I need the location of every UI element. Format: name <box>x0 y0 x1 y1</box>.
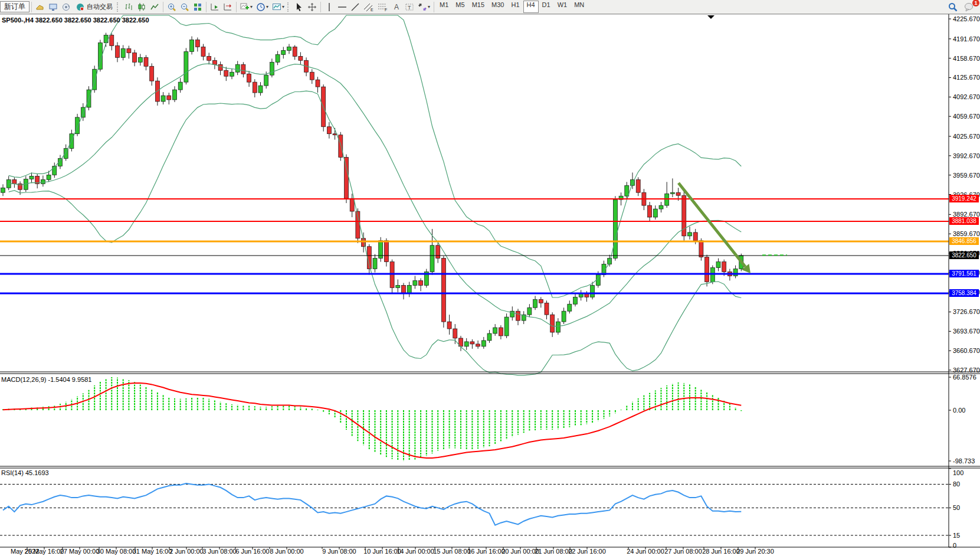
candle <box>688 233 692 236</box>
candle <box>30 176 34 179</box>
chat-notifications-icon[interactable]: 1 <box>962 1 976 13</box>
candle <box>167 96 171 100</box>
chart-area[interactable]: 4225.6704191.6704158.6704125.6704092.670… <box>0 0 980 556</box>
candle <box>573 297 578 304</box>
svg-text:4059.670: 4059.670 <box>953 113 980 120</box>
svg-text:4125.670: 4125.670 <box>953 74 980 81</box>
search-icon[interactable] <box>946 1 960 13</box>
candle <box>481 341 486 346</box>
candle <box>258 86 263 93</box>
candle <box>699 241 703 257</box>
svg-text:4025.670: 4025.670 <box>953 133 980 140</box>
candle <box>533 299 537 308</box>
price-tag-3791.561[interactable]: 3791.561 <box>949 270 979 277</box>
timeframe-button-H4[interactable]: H4 <box>523 1 539 13</box>
timeframe-button-MN[interactable]: MN <box>571 1 588 13</box>
price-tag-3758.384[interactable]: 3758.384 <box>949 289 979 297</box>
market-watch-icon[interactable] <box>34 1 47 13</box>
signal-icon[interactable] <box>60 1 73 13</box>
svg-text:3693.670: 3693.670 <box>953 328 980 335</box>
timeframe-button-D1[interactable]: D1 <box>539 1 554 13</box>
text-label-tool-icon[interactable]: T <box>403 1 416 13</box>
auto-trading-button[interactable]: 自动交易 <box>73 1 116 13</box>
candle <box>613 199 617 258</box>
candle <box>104 35 108 43</box>
timeframe-button-M30[interactable]: M30 <box>488 1 507 13</box>
candle <box>110 35 114 46</box>
svg-text:0.00: 0.00 <box>953 407 965 414</box>
candle <box>121 48 125 57</box>
candle <box>476 344 480 346</box>
candle <box>264 75 268 86</box>
candle <box>396 285 400 287</box>
notification-badge: 1 <box>972 0 979 6</box>
candle <box>670 192 674 194</box>
macd-indicator-label: MACD(12,26,9) -1.5404 9.9581 <box>1 376 91 383</box>
svg-text:66.8576: 66.8576 <box>953 374 976 381</box>
candle <box>591 285 595 297</box>
candle <box>276 54 280 62</box>
candle <box>413 280 417 285</box>
vertical-line-tool-icon[interactable] <box>323 1 336 13</box>
svg-text:3992.670: 3992.670 <box>953 152 980 159</box>
svg-text:4092.670: 4092.670 <box>953 93 980 100</box>
chart-shift-icon[interactable] <box>221 1 234 13</box>
candle <box>327 127 331 134</box>
candle <box>447 322 451 329</box>
equidistant-channel-tool-icon[interactable]: E <box>362 1 376 13</box>
templates-button[interactable]: ▾ <box>270 1 286 13</box>
candle <box>419 280 423 285</box>
svg-text:F: F <box>385 8 387 12</box>
candle <box>230 72 234 76</box>
candle <box>212 60 217 64</box>
candle <box>648 205 652 217</box>
candle <box>184 51 188 82</box>
new-order-button[interactable]: 新订单 <box>0 1 30 12</box>
price-tag-3846.856[interactable]: 3846.856 <box>949 237 979 245</box>
fibonacci-tool-icon[interactable]: F <box>376 1 390 13</box>
terminal-window-icon[interactable] <box>47 1 60 13</box>
timeframe-button-M1[interactable]: M1 <box>436 1 452 13</box>
indicators-add-button[interactable]: ▾ <box>238 1 254 13</box>
candle <box>161 96 165 102</box>
auto-trading-label: 自动交易 <box>87 2 113 11</box>
arrows-tool-button[interactable]: ▾ <box>416 1 432 13</box>
periods-button[interactable]: ▾ <box>254 1 270 13</box>
zoom-out-icon[interactable] <box>178 1 191 13</box>
chart-canvas[interactable]: 4225.6704191.6704158.6704125.6704092.670… <box>0 0 980 556</box>
chevron-down-icon: ▾ <box>266 4 268 9</box>
horizontal-line-tool-icon[interactable] <box>336 1 349 13</box>
time-axis: May 202225 May 16:0027 May 00:0030 May 0… <box>11 547 774 555</box>
svg-text:80: 80 <box>953 480 960 488</box>
candle <box>235 64 240 72</box>
candle <box>407 285 411 293</box>
timeframe-button-H1[interactable]: H1 <box>507 1 523 13</box>
svg-text:3959.670: 3959.670 <box>953 172 980 179</box>
price-tag-3919.242[interactable]: 3919.242 <box>949 195 979 202</box>
trendline-tool-icon[interactable] <box>349 1 362 13</box>
timeframe-button-M5[interactable]: M5 <box>452 1 468 13</box>
candle <box>178 82 182 90</box>
bar-chart-type-icon[interactable] <box>122 1 135 13</box>
auto-scroll-icon[interactable] <box>208 1 221 13</box>
candle <box>504 317 509 336</box>
timeframe-button-W1[interactable]: W1 <box>554 1 571 13</box>
candle <box>527 308 532 315</box>
line-chart-type-icon[interactable] <box>148 1 161 13</box>
candle <box>693 233 697 241</box>
price-tag-3881.038[interactable]: 3881.038 <box>949 217 979 225</box>
candle <box>562 311 566 322</box>
text-tool-icon[interactable]: A <box>390 1 403 13</box>
candle <box>539 299 543 303</box>
candlestick-chart-type-icon[interactable] <box>135 1 148 13</box>
price-tag-3822.650[interactable]: 3822.650 <box>949 251 979 259</box>
candle <box>173 90 177 100</box>
zoom-in-icon[interactable] <box>165 1 178 13</box>
tile-windows-icon[interactable] <box>191 1 204 13</box>
candle <box>716 262 720 268</box>
cursor-tool-icon[interactable] <box>293 1 306 13</box>
svg-text:0: 0 <box>953 542 956 549</box>
timeframe-button-M15[interactable]: M15 <box>468 1 488 13</box>
candle <box>705 257 709 282</box>
crosshair-tool-icon[interactable] <box>306 1 319 13</box>
